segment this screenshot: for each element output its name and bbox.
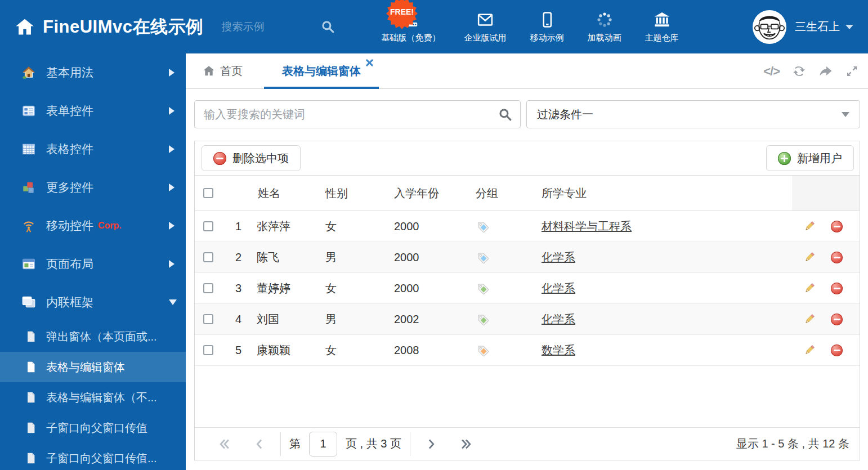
form-icon (21, 104, 36, 118)
edit-icon[interactable] (803, 344, 816, 356)
sidebar-item-more-controls[interactable]: 更多控件 (0, 168, 186, 207)
delete-icon[interactable] (831, 344, 843, 356)
user-menu[interactable]: 三生石上 (752, 10, 853, 44)
tab-grid-edit-window[interactable]: 表格与编辑窗体 (264, 53, 379, 88)
sidebar-subitem-child-to-parent-2[interactable]: 子窗口向父窗口传值... (0, 443, 186, 470)
nav-basic-free[interactable]: 基础版（免费） (370, 11, 453, 43)
column-major: 所学专业 (535, 176, 792, 211)
sidebar-subitem-child-to-parent[interactable]: 子窗口向父窗口传值 (0, 413, 186, 443)
major-link[interactable]: 化学系 (542, 281, 575, 296)
search-icon[interactable] (321, 20, 335, 34)
row-gender: 男 (321, 242, 389, 272)
sidebar-subitem-label: 子窗口向父窗口传值... (46, 451, 157, 466)
keyword-search-input[interactable] (204, 108, 498, 121)
download-icon (402, 11, 419, 29)
minus-circle-icon (213, 152, 226, 165)
sidebar-item-label: 更多控件 (46, 180, 93, 195)
header-search-input[interactable] (222, 21, 312, 33)
major-link[interactable]: 化学系 (542, 312, 575, 327)
row-checkbox[interactable] (203, 221, 213, 231)
sidebar-item-form-controls[interactable]: 表单控件 (0, 92, 186, 130)
table-body: 1 张萍萍 女 2000 材料科学与工程系 (195, 211, 860, 366)
major-link[interactable]: 化学系 (542, 250, 575, 265)
keyword-search (194, 100, 521, 128)
tag-icon (476, 281, 489, 295)
row-name: 刘国 (245, 304, 321, 334)
edit-icon[interactable] (803, 313, 816, 325)
add-button-label: 新增用户 (797, 151, 842, 166)
delete-icon[interactable] (831, 283, 843, 294)
sidebar-item-label: 基本用法 (46, 65, 93, 80)
app-logo[interactable]: FineUIMvc在线示例 (0, 15, 204, 39)
row-checkbox[interactable] (203, 283, 213, 293)
prev-page-button[interactable] (242, 433, 277, 455)
header-search (222, 20, 335, 34)
row-year: 2000 (389, 242, 471, 272)
sidebar-item-page-layout[interactable]: 页面布局 (0, 245, 186, 283)
first-page-button[interactable] (207, 433, 242, 455)
edit-icon[interactable] (803, 282, 816, 294)
tag-icon (476, 250, 489, 264)
app-title: FineUIMvc在线示例 (43, 15, 204, 39)
code-icon[interactable]: </> (763, 64, 780, 79)
sidebar-item-label: 表格控件 (46, 141, 93, 157)
row-gender: 女 (321, 211, 389, 241)
mobile-icon (539, 11, 556, 29)
page-number-input[interactable] (309, 432, 337, 456)
row-gender: 女 (321, 335, 389, 365)
sidebar-subitem-grid-edit-window[interactable]: 表格与编辑窗体 (0, 352, 186, 382)
nav-theme-store[interactable]: 主题仓库 (633, 11, 691, 43)
sidebar-item-grid-controls[interactable]: 表格控件 (0, 130, 186, 168)
select-all-checkbox[interactable] (203, 188, 213, 198)
file-icon (25, 452, 37, 464)
row-gender: 男 (321, 304, 389, 334)
delete-selected-button[interactable]: 删除选中项 (202, 145, 301, 171)
delete-icon[interactable] (831, 252, 843, 263)
sidebar-item-basic[interactable]: 基本用法 (0, 53, 186, 92)
next-page-button[interactable] (414, 433, 449, 455)
plus-circle-icon (778, 152, 791, 165)
sidebar-subitem-popup-window[interactable]: 弹出窗体（本页面或... (0, 321, 186, 352)
add-user-button[interactable]: 新增用户 (766, 145, 854, 171)
search-icon[interactable] (498, 108, 512, 122)
expand-icon[interactable] (845, 64, 859, 78)
refresh-icon[interactable] (792, 64, 806, 78)
close-icon[interactable] (366, 59, 373, 66)
row-checkbox[interactable] (203, 314, 213, 324)
row-index: 2 (223, 242, 245, 272)
row-checkbox[interactable] (203, 252, 213, 262)
user-name: 三生石上 (795, 19, 840, 34)
nav-label: 加载动画 (588, 33, 621, 43)
sidebar-subitem-grid-edit-window-2[interactable]: 表格与编辑窗体（不... (0, 382, 186, 413)
row-year: 2000 (389, 273, 471, 303)
share-icon[interactable] (818, 64, 833, 78)
row-checkbox[interactable] (203, 345, 213, 355)
table-row: 4 刘国 男 2002 化学系 (195, 304, 860, 335)
tab-home[interactable]: 首页 (186, 53, 252, 88)
last-page-button[interactable] (449, 433, 484, 455)
sidebar-item-iframe[interactable]: 内联框架 (0, 283, 186, 321)
app-window: FineUIMvc在线示例 FREE! 基础版（免费） 企业 (0, 0, 868, 470)
filter-dropdown[interactable]: 过滤条件一 (526, 100, 860, 128)
table-row: 1 张萍萍 女 2000 材料科学与工程系 (195, 211, 860, 242)
file-icon (25, 361, 37, 373)
sidebar-submenu: 弹出窗体（本页面或... 表格与编辑窗体 表格与编辑窗体（不... 子窗口向父窗… (0, 321, 186, 470)
column-actions (792, 176, 860, 211)
major-link[interactable]: 数学系 (542, 343, 575, 358)
tag-icon (476, 220, 489, 233)
nav-loading-anim[interactable]: 加载动画 (576, 11, 633, 43)
nav-mobile-demo[interactable]: 移动示例 (518, 11, 576, 43)
major-link[interactable]: 材料科学与工程系 (542, 219, 632, 234)
chevron-down-icon (842, 112, 849, 117)
edit-icon[interactable] (803, 251, 816, 263)
tag-icon (476, 343, 489, 357)
header-nav: 基础版（免费） 企业版试用 移动示例 加载动画 (370, 11, 691, 43)
chevron-right-icon (169, 107, 175, 115)
edit-icon[interactable] (803, 220, 816, 232)
column-name: 姓名 (245, 176, 321, 211)
sidebar-item-mobile-controls[interactable]: 移动控件 Corp. (0, 207, 186, 245)
delete-icon[interactable] (831, 314, 843, 325)
nav-label: 基础版（免费） (382, 33, 441, 43)
delete-icon[interactable] (831, 221, 843, 232)
nav-enterprise-trial[interactable]: 企业版试用 (453, 11, 518, 43)
